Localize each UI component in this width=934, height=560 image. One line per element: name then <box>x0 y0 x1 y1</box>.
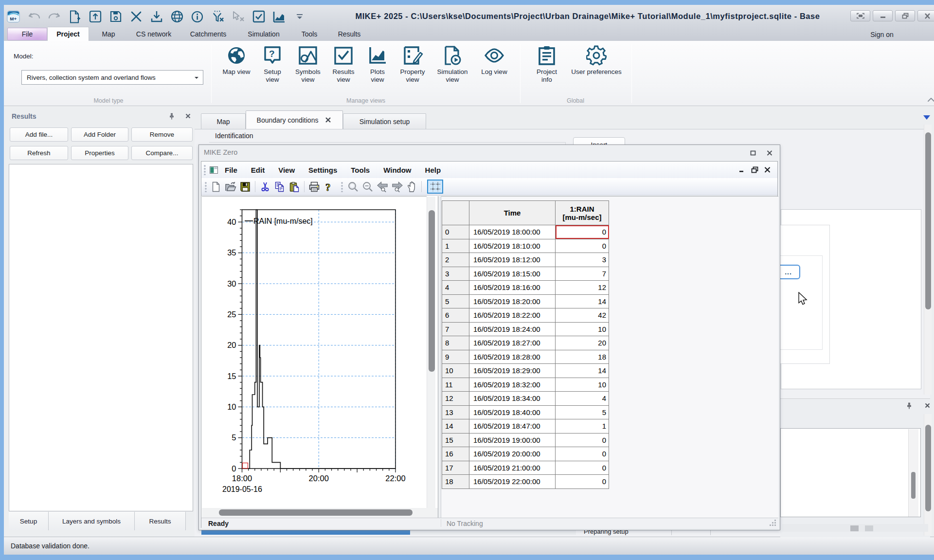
time-cell[interactable]: 16/05/2019 18:24:00 <box>469 322 556 336</box>
zoom-in-button[interactable] <box>347 181 359 193</box>
symbols-view-button[interactable]: Symbols view <box>290 44 326 84</box>
time-cell[interactable]: 16/05/2019 18:20:00 <box>469 294 556 308</box>
time-cell[interactable]: 16/05/2019 18:16:00 <box>469 281 556 295</box>
value-cell[interactable]: 4 <box>556 392 609 406</box>
time-cell[interactable]: 16/05/2019 18:29:00 <box>469 364 556 378</box>
time-cell[interactable]: 16/05/2019 18:32:00 <box>469 378 556 392</box>
close-panel-icon[interactable] <box>185 113 193 121</box>
time-cell[interactable]: 16/05/2019 19:00:00 <box>469 433 556 447</box>
remove-button[interactable]: Remove <box>131 127 193 142</box>
value-cell[interactable]: 7 <box>556 267 609 281</box>
textbox-scrollbar[interactable] <box>908 429 918 517</box>
open-project-icon[interactable] <box>89 10 102 23</box>
results-view-button[interactable]: Results view <box>326 44 361 84</box>
time-cell[interactable]: 16/05/2019 18:22:00 <box>469 308 556 323</box>
mz-menu-settings[interactable]: Settings <box>302 166 344 174</box>
time-cell[interactable]: 16/05/2019 18:34:00 <box>469 392 556 406</box>
time-cell[interactable]: 16/05/2019 18:12:00 <box>469 253 556 267</box>
ribbon-tab-file[interactable]: File <box>7 28 47 40</box>
panel-tab-setup[interactable]: Setup <box>9 512 49 530</box>
value-cell[interactable]: 3 <box>556 253 609 267</box>
value-cell[interactable]: 1 <box>556 419 609 434</box>
scrollbar-thumb[interactable] <box>429 210 435 372</box>
value-cell[interactable]: 10 <box>556 322 609 336</box>
delete-icon[interactable] <box>129 10 143 23</box>
value-cell[interactable]: 10 <box>556 378 609 392</box>
scrollbar-thumb[interactable] <box>219 509 413 516</box>
results-file-list[interactable] <box>9 164 193 511</box>
row-header-cell[interactable]: 17 <box>442 461 469 475</box>
row-header-cell[interactable]: 4 <box>442 281 469 295</box>
document-tab-boundary-conditions[interactable]: Boundary conditions <box>246 110 343 129</box>
value-cell[interactable]: 20 <box>556 336 609 350</box>
pan-button[interactable] <box>406 181 418 193</box>
value-cell[interactable]: 18 <box>556 350 609 364</box>
mz-menu-window[interactable]: Window <box>377 166 418 174</box>
maximize-button[interactable] <box>747 148 759 158</box>
mdi-minimize-button[interactable] <box>738 166 746 174</box>
simulation-view-button[interactable]: Simulation view <box>431 44 474 84</box>
ribbon-tab-tools[interactable]: Tools <box>290 27 328 41</box>
mz-menu-file[interactable]: File <box>218 166 244 174</box>
ribbon-tab-cs-network[interactable]: CS network <box>128 27 180 41</box>
paste-button[interactable] <box>288 181 301 193</box>
pin-icon[interactable] <box>168 113 176 121</box>
time-cell[interactable]: 16/05/2019 22:00:00 <box>469 475 556 489</box>
value-cell[interactable]: 0 <box>556 447 609 461</box>
cut-button[interactable] <box>259 181 271 193</box>
row-header-cell[interactable]: 0 <box>442 225 469 239</box>
value-cell[interactable]: 14 <box>556 364 609 378</box>
ribbon-tab-simulation[interactable]: Simulation <box>237 27 290 41</box>
ribbon-tab-project[interactable]: Project <box>47 27 89 41</box>
grid-button[interactable] <box>427 180 443 194</box>
tab-close-icon[interactable] <box>325 117 332 124</box>
chart-horizontal-scrollbar[interactable] <box>202 508 438 518</box>
toolbar-grip[interactable] <box>205 181 207 192</box>
value-cell[interactable]: 5 <box>556 405 609 419</box>
mdi-close-button[interactable] <box>763 166 772 174</box>
chart-icon[interactable] <box>272 10 286 23</box>
row-header-cell[interactable]: 12 <box>442 392 469 406</box>
scrollbar-thumb[interactable] <box>925 132 931 309</box>
setup-view-button[interactable]: ?Setup view <box>255 44 290 84</box>
row-header-cell[interactable]: 14 <box>442 419 469 434</box>
dock-dropdown-icon[interactable] <box>923 115 930 123</box>
value-cell[interactable]: 14 <box>556 294 609 308</box>
help-button[interactable]: ? <box>323 181 335 193</box>
mz-menu-tools[interactable]: Tools <box>344 166 377 174</box>
scrollbar-thumb[interactable] <box>911 472 916 499</box>
globe-icon[interactable] <box>170 10 183 23</box>
restore-button[interactable] <box>895 10 915 21</box>
mz-menu-edit[interactable]: Edit <box>244 166 271 174</box>
row-header-cell[interactable]: 11 <box>442 378 469 392</box>
save-doc-button[interactable] <box>239 181 251 193</box>
model-type-combobox[interactable]: Rivers, collection system and overland f… <box>21 70 203 85</box>
pin-icon[interactable] <box>906 402 913 409</box>
copy-button[interactable] <box>274 181 286 193</box>
nav-forward-button[interactable] <box>391 181 403 193</box>
qat-menu-icon[interactable] <box>293 10 306 23</box>
user-preferences-button[interactable]: User preferences <box>565 44 628 84</box>
time-cell[interactable]: 16/05/2019 18:15:00 <box>469 267 556 281</box>
time-cell[interactable]: 16/05/2019 21:00:00 <box>469 461 556 475</box>
small-button[interactable] <box>865 525 873 531</box>
refresh-button[interactable]: Refresh <box>10 146 68 160</box>
row-header-cell[interactable]: 1 <box>442 239 469 253</box>
time-cell[interactable]: 16/05/2019 18:00:00 <box>469 225 556 239</box>
page-vertical-scrollbar[interactable] <box>924 125 932 395</box>
value-cell[interactable]: 0 <box>556 475 609 489</box>
toolbar-grip[interactable] <box>204 164 206 175</box>
pointer-off-icon[interactable] <box>232 10 245 23</box>
property-view-button[interactable]: Property view <box>394 44 431 84</box>
ribbon-tab-results[interactable]: Results <box>328 27 370 41</box>
plots-view-button[interactable]: Plots view <box>361 44 394 84</box>
log-textbox[interactable] <box>780 428 921 517</box>
map-view-button[interactable]: Map view <box>218 44 255 84</box>
info-icon[interactable] <box>191 10 204 23</box>
toolbar-grip[interactable] <box>341 181 343 192</box>
time-cell[interactable]: 16/05/2019 20:00:00 <box>469 447 556 461</box>
row-header-cell[interactable]: 18 <box>442 475 469 489</box>
add-folder-button[interactable]: Add Folder <box>71 127 128 142</box>
row-header-cell[interactable]: 16 <box>442 447 469 461</box>
value-cell[interactable]: 12 <box>556 281 609 295</box>
